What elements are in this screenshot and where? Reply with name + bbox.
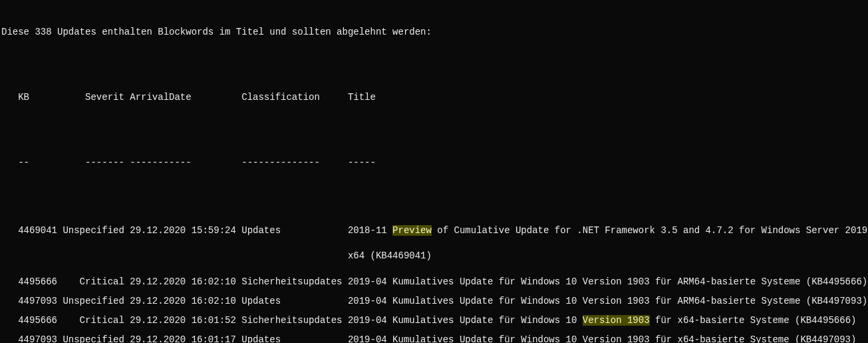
column-separator: -- ------- ----------- -------------- --… (1, 156, 867, 170)
table-row-continuation: x64 (KB4469041) (1, 246, 867, 266)
column-header: KB Severit ArrivalDate Classification Ti… (1, 91, 867, 105)
table-row: 4497093 Unspecified 29.12.2020 16:01:17 … (1, 330, 867, 343)
table-row: 4469041 Unspecified 29.12.2020 15:59:24 … (1, 221, 867, 240)
highlight-match: Version 1903 (583, 315, 650, 326)
summary-line: Diese 338 Updates enthalten Blockwords i… (1, 25, 867, 39)
table-row: 4495666 Critical 29.12.2020 16:01:52 Sic… (1, 311, 867, 330)
terminal-output: Diese 338 Updates enthalten Blockwords i… (0, 0, 868, 343)
table-row: 4495666 Critical 29.12.2020 16:02:10 Sic… (1, 272, 867, 292)
highlight-match: Preview (392, 225, 432, 236)
table-row: 4497093 Unspecified 29.12.2020 16:02:10 … (1, 292, 867, 311)
table-body: 4469041 Unspecified 29.12.2020 15:59:24 … (1, 221, 867, 343)
